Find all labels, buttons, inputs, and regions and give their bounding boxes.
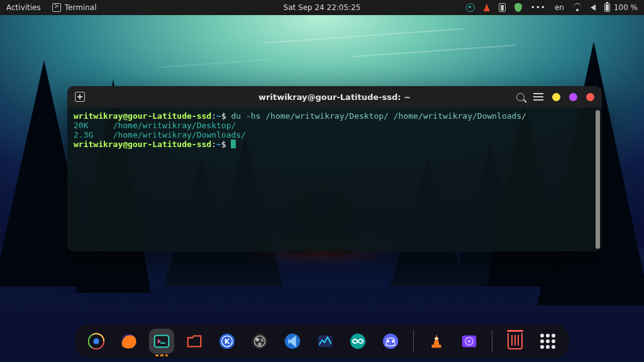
tray-power-icon[interactable] (499, 3, 506, 12)
prompt-path: ~ (216, 140, 221, 149)
terminal-title: writwikray@gour-Latitude-ssd: ~ (258, 92, 411, 102)
tray-app-icon-1[interactable] (466, 3, 475, 12)
active-app-indicator[interactable]: Terminal (52, 3, 97, 12)
dock-app-obs[interactable] (247, 329, 272, 354)
terminal-body[interactable]: writwikray@gour-Latitude-ssd:~$ du -hs /… (67, 107, 602, 251)
battery-text: 100 % (614, 3, 638, 12)
terminal-icon (52, 3, 61, 12)
new-tab-icon[interactable] (75, 92, 85, 102)
svg-point-13 (260, 338, 264, 342)
activities-button[interactable]: Activities (6, 3, 41, 12)
output-path: /home/writwikray/Downloads/ (113, 130, 246, 140)
command-text: du -hs /home/writwikray/Desktop/ /home/w… (231, 111, 526, 121)
top-panel: Activities Terminal Sat Sep 24 22:05:25 … (0, 0, 644, 15)
tray-vlc-icon[interactable] (484, 4, 490, 11)
wallpaper-decor (352, 45, 516, 57)
cursor (231, 140, 236, 148)
dock-app-discord[interactable] (378, 329, 403, 354)
clock[interactable]: Sat Sep 24 22:05:25 (284, 3, 361, 12)
terminal-titlebar[interactable]: writwikray@gour-Latitude-ssd: ~ (67, 86, 602, 107)
svg-point-18 (383, 334, 398, 349)
dock-app-vlc[interactable] (424, 329, 449, 354)
menu-icon[interactable] (533, 93, 543, 101)
svg-rect-6 (160, 343, 165, 344)
svg-point-3 (93, 338, 99, 344)
svg-point-12 (255, 337, 259, 341)
terminal-window[interactable]: writwikray@gour-Latitude-ssd: ~ writwikr… (67, 86, 602, 251)
scrollbar[interactable] (596, 110, 600, 249)
active-app-label: Terminal (65, 3, 97, 12)
dock-separator (413, 330, 414, 353)
dock-app-arduino[interactable] (345, 329, 370, 354)
prompt-path: ~ (216, 111, 221, 121)
wifi-icon[interactable] (573, 4, 582, 11)
wallpaper-decor (157, 59, 270, 69)
dock: K (75, 324, 569, 358)
volume-icon[interactable] (591, 4, 596, 11)
apps-grid-icon (540, 334, 555, 349)
svg-point-20 (392, 340, 394, 343)
prompt-sep: : (211, 140, 216, 149)
dock-app-terminal-theme[interactable] (149, 329, 174, 354)
svg-rect-5 (155, 336, 169, 348)
dock-trash[interactable] (502, 329, 528, 354)
svg-rect-22 (435, 337, 438, 339)
prompt-user: writwikray@gour-Latitude-ssd (74, 140, 211, 149)
battery-indicator[interactable]: 100 % (604, 3, 638, 12)
svg-point-26 (468, 340, 471, 343)
close-button[interactable] (586, 93, 594, 101)
output-path: /home/writwikray/Desktop/ (113, 121, 236, 130)
svg-point-19 (387, 340, 389, 343)
dock-app-kde[interactable]: K (214, 329, 240, 354)
prompt-dollar: $ (221, 140, 231, 149)
maximize-button[interactable] (569, 93, 577, 101)
wallpaper-decor (264, 28, 465, 43)
svg-rect-23 (432, 345, 441, 348)
output-size: 20K (74, 121, 88, 130)
activities-label: Activities (6, 3, 41, 12)
tray-shield-icon[interactable] (514, 3, 522, 12)
dock-separator (492, 330, 492, 353)
dock-app-firefox[interactable] (116, 329, 142, 354)
output-size: 2.3G (74, 130, 93, 140)
svg-text:K: K (225, 337, 231, 346)
dock-app-screenshot[interactable] (457, 329, 482, 354)
prompt-dollar: $ (221, 111, 231, 121)
dock-show-apps[interactable] (535, 329, 560, 354)
prompt-user: writwikray@gour-Latitude-ssd (74, 111, 211, 121)
tray-overflow[interactable]: ••• (531, 3, 546, 12)
trash-icon (508, 333, 523, 349)
svg-point-14 (258, 343, 262, 346)
dock-app-monitor[interactable] (313, 329, 338, 354)
dock-app-vscode[interactable] (280, 329, 305, 354)
minimize-button[interactable] (552, 93, 560, 101)
dock-app-files[interactable] (182, 329, 207, 354)
prompt-sep: : (211, 111, 216, 121)
battery-icon (604, 3, 610, 12)
dock-app-chrome[interactable] (84, 329, 109, 354)
clock-text: Sat Sep 24 22:05:25 (284, 3, 361, 12)
search-icon[interactable] (516, 93, 525, 101)
keyboard-layout[interactable]: en (555, 3, 564, 12)
